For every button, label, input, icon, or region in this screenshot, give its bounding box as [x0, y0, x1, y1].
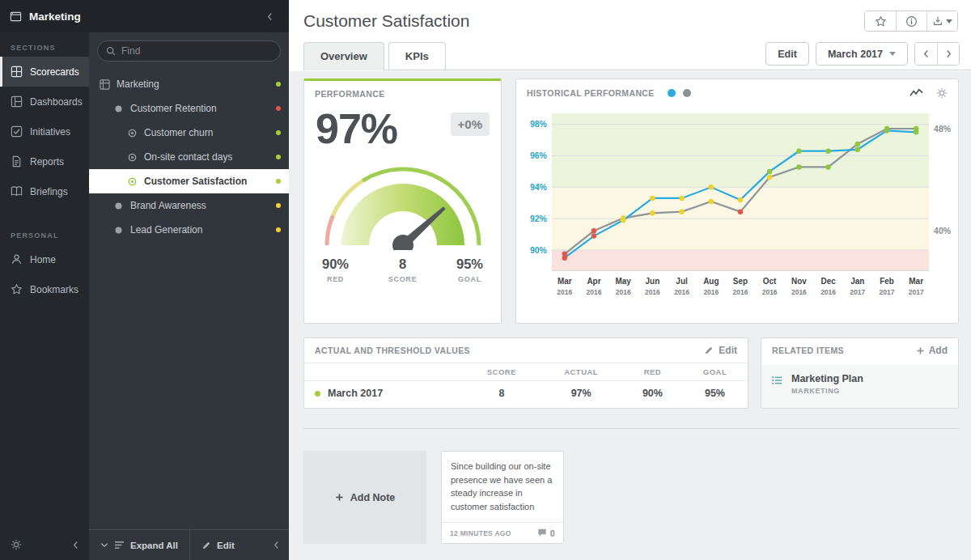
- sidebar-item-reports[interactable]: Reports: [0, 146, 89, 176]
- svg-text:96%: 96%: [530, 151, 548, 160]
- tab-overview[interactable]: Overview: [303, 42, 384, 70]
- svg-text:90%: 90%: [530, 245, 548, 255]
- values-title: ACTUAL AND THRESHOLD VALUES: [315, 346, 470, 355]
- export-icon: [932, 15, 943, 27]
- export-button[interactable]: [926, 11, 957, 31]
- values-card: ACTUAL AND THRESHOLD VALUES Edit SCORE A…: [303, 337, 748, 409]
- content: PERFORMANCE 97% +0%: [289, 71, 971, 560]
- performance-gauge: [320, 155, 486, 250]
- add-note-button[interactable]: Add Note: [303, 451, 426, 544]
- chart-type-icon[interactable]: [910, 88, 923, 98]
- tree-item-customer-retention[interactable]: Customer Retention: [89, 96, 289, 121]
- sidebar: Marketing SECTIONS Scorecards Dashboards…: [0, 0, 289, 560]
- info-button[interactable]: [896, 11, 926, 31]
- svg-text:2016: 2016: [645, 288, 660, 296]
- historical-chart-area[interactable]: 90%92%94%96%98%48%40%Mar2016Apr2016May20…: [516, 107, 958, 321]
- stat-goal: 95% GOAL: [456, 257, 483, 283]
- tree-item-on-site-contact-days[interactable]: On-site contact days: [89, 145, 289, 169]
- col-actual: ACTUAL: [539, 363, 622, 381]
- svg-text:2016: 2016: [791, 288, 807, 296]
- svg-text:Nov: Nov: [791, 277, 807, 286]
- info-icon: [905, 15, 918, 28]
- star-icon: [11, 283, 23, 295]
- related-item[interactable]: Marketing Plan MARKETING: [761, 365, 958, 408]
- tree-item-lead-generation[interactable]: Lead Generation: [89, 218, 289, 242]
- search-input[interactable]: [121, 45, 272, 57]
- svg-text:2016: 2016: [557, 288, 572, 296]
- plus-icon: [335, 493, 344, 502]
- period-selector-button[interactable]: March 2017: [816, 42, 908, 66]
- pencil-icon: [201, 541, 211, 550]
- tree-item-marketing[interactable]: Marketing: [89, 72, 289, 96]
- tree-item-customer-churn[interactable]: Customer churn: [89, 121, 289, 145]
- star-icon: [875, 15, 887, 28]
- tree-item-customer-satisfaction[interactable]: Customer Satisfaction: [89, 169, 289, 193]
- legend-dot-2[interactable]: [683, 89, 691, 97]
- performance-stats: 90% RED 8 SCORE 95% GOAL: [304, 250, 501, 283]
- legend-dot-1[interactable]: [668, 89, 676, 97]
- sidebar-body: SECTIONS Scorecards Dashboards Initiativ…: [0, 32, 289, 560]
- note-card[interactable]: Since building our on-site presence we h…: [441, 451, 564, 544]
- svg-text:2017: 2017: [909, 288, 924, 296]
- chevron-left-icon: [923, 47, 929, 62]
- tabs: OverviewKPIs: [303, 40, 450, 70]
- plan-list-icon: [772, 375, 782, 400]
- sidebar-item-scorecards[interactable]: Scorecards: [0, 57, 89, 87]
- sidebar-item-home[interactable]: Home: [0, 244, 89, 274]
- person-icon: [11, 253, 23, 265]
- svg-text:2016: 2016: [820, 288, 836, 296]
- stat-red: 90% RED: [322, 257, 349, 283]
- related-item-subtitle: MARKETING: [791, 387, 863, 395]
- chevron-down-icon: [100, 542, 108, 548]
- sidebar-item-initiatives[interactable]: Initiatives: [0, 117, 89, 146]
- gear-icon[interactable]: [11, 539, 22, 550]
- chart-settings-gear-icon[interactable]: [936, 87, 948, 99]
- edit-button[interactable]: Edit: [765, 42, 809, 66]
- tree-collapse-icon[interactable]: [264, 541, 289, 549]
- tree-edit-button[interactable]: Edit: [189, 530, 246, 560]
- sidebar-item-bookmarks[interactable]: Bookmarks: [0, 274, 89, 304]
- tree-item-brand-awareness[interactable]: Brand Awareness: [89, 193, 289, 218]
- note-comments[interactable]: 0: [537, 528, 555, 538]
- next-period-button[interactable]: [937, 43, 959, 65]
- sidebar-nav-sections: Scorecards Dashboards Initiatives Report…: [0, 57, 89, 206]
- tab-kpis[interactable]: KPIs: [388, 42, 446, 70]
- performance-delta-badge: +0%: [451, 112, 490, 136]
- caret-down-icon: [889, 52, 896, 56]
- col-score: SCORE: [464, 363, 539, 381]
- historical-performance-card: HISTORICAL PERFORMANCE 90%92%94%96%98%48…: [515, 78, 959, 324]
- svg-text:40%: 40%: [934, 226, 952, 235]
- related-title: RELATED ITEMS: [772, 346, 844, 355]
- kpi-icon: [126, 129, 138, 138]
- expand-all-button[interactable]: Expand All: [89, 530, 189, 560]
- values-table-header-row: SCORE ACTUAL RED GOAL: [304, 363, 748, 381]
- rail-collapse-icon[interactable]: [73, 541, 78, 549]
- top-action-group: [864, 11, 958, 32]
- chart-legend: [668, 89, 691, 97]
- col-goal: GOAL: [682, 363, 748, 381]
- main-area: Customer Satisfaction OverviewKPIs Edit …: [289, 0, 971, 560]
- cell-goal: 95%: [682, 381, 748, 406]
- expand-all-label: Expand All: [130, 541, 178, 550]
- values-table-row[interactable]: March 2017 8 97% 90% 95%: [304, 381, 748, 406]
- sidebar-item-briefings[interactable]: Briefings: [0, 176, 89, 206]
- favorite-button[interactable]: [865, 11, 896, 31]
- previous-period-button[interactable]: [915, 43, 937, 65]
- search-icon: [106, 46, 116, 56]
- objective-icon: [112, 202, 124, 210]
- scorecard-tree-panel: Marketing Customer Retention Customer ch…: [89, 32, 289, 560]
- sidebar-collapse-icon[interactable]: [261, 9, 279, 24]
- note-text: Since building our on-site presence we h…: [442, 452, 563, 521]
- svg-text:Mar: Mar: [558, 277, 572, 286]
- related-item-title: Marketing Plan: [791, 373, 863, 384]
- chevron-right-icon: [946, 47, 952, 62]
- related-add-button[interactable]: Add: [916, 345, 948, 356]
- performance-card-header: PERFORMANCE: [304, 81, 501, 107]
- values-edit-button[interactable]: Edit: [704, 345, 737, 356]
- status-dot-yellow: [276, 203, 281, 208]
- book-icon: [11, 185, 23, 197]
- tab-bar: OverviewKPIs Edit March 2017: [303, 40, 971, 70]
- sidebar-item-dashboards[interactable]: Dashboards: [0, 87, 89, 117]
- values-row-dot: [315, 391, 320, 397]
- caret-down-icon: [946, 19, 952, 23]
